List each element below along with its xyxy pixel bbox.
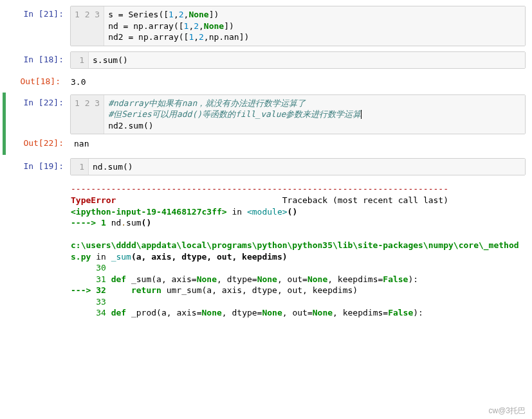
- output-prompt: Out[22]:: [6, 135, 70, 153]
- code-editor[interactable]: nd.sum(): [89, 159, 525, 175]
- code-editor[interactable]: #ndarray中如果有nan，就没有办法进行数学运算了 #但Series可以用…: [104, 95, 525, 134]
- code-input-area[interactable]: 1 nd.sum(): [70, 158, 526, 176]
- code-cell[interactable]: In [21]: 1 2 3 s = Series([1,2,None]) nd…: [3, 4, 526, 48]
- input-prompt: In [18]:: [6, 51, 70, 69]
- code-cell[interactable]: In [22]: 1 2 3 #ndarray中如果有nan，就没有办法进行数学…: [3, 93, 526, 137]
- output-row: Out[22]: nan: [3, 135, 526, 155]
- traceback-output: ----------------------------------------…: [3, 179, 526, 322]
- line-gutter: 1 2 3: [71, 6, 104, 46]
- output-text: 3.0: [67, 73, 526, 91]
- code-input-area[interactable]: 1 2 3 s = Series([1,2,None]) nd = np.arr…: [70, 6, 526, 46]
- input-prompt: In [22]:: [6, 94, 70, 135]
- input-prompt: In [21]:: [6, 6, 70, 46]
- code-editor[interactable]: s = Series([1,2,None]) nd = np.array([1,…: [104, 6, 525, 46]
- line-gutter: 1: [71, 159, 89, 175]
- code-cell[interactable]: In [18]: 1 s.sum(): [3, 49, 526, 71]
- traceback-text: ----------------------------------------…: [67, 180, 526, 322]
- code-editor[interactable]: s.sum(): [89, 52, 525, 69]
- code-input-area[interactable]: 1 s.sum(): [70, 51, 526, 69]
- line-gutter: 1: [71, 52, 89, 69]
- output-text: nan: [70, 135, 526, 153]
- output-row: Out[18]: 3.0: [3, 72, 526, 91]
- output-prompt: Out[18]:: [3, 73, 67, 91]
- code-cell[interactable]: In [19]: 1 nd.sum(): [3, 156, 526, 178]
- empty-prompt: [3, 180, 67, 322]
- code-input-area[interactable]: 1 2 3 #ndarray中如果有nan，就没有办法进行数学运算了 #但Ser…: [70, 94, 526, 135]
- line-gutter: 1 2 3: [71, 95, 104, 134]
- input-prompt: In [19]:: [6, 158, 70, 176]
